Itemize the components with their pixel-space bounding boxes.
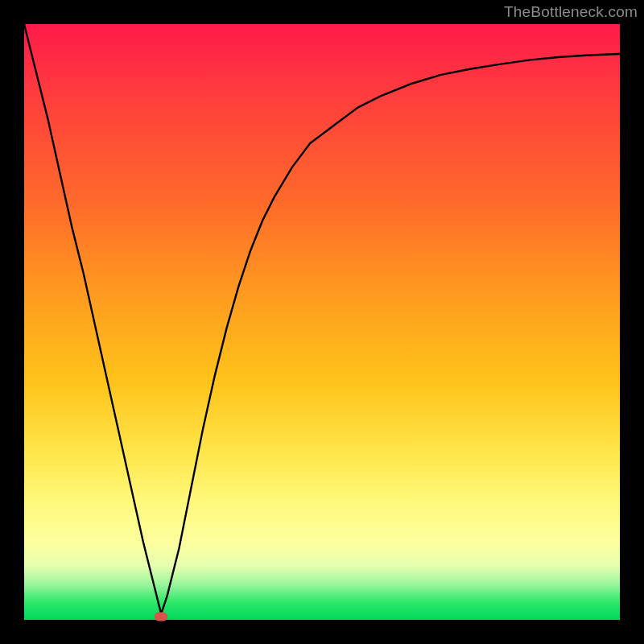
optimal-point-marker xyxy=(155,613,167,621)
watermark-text: TheBottleneck.com xyxy=(504,3,638,21)
chart-frame: TheBottleneck.com xyxy=(0,0,644,644)
bottleneck-curve xyxy=(24,24,620,620)
plot-area xyxy=(24,24,620,620)
